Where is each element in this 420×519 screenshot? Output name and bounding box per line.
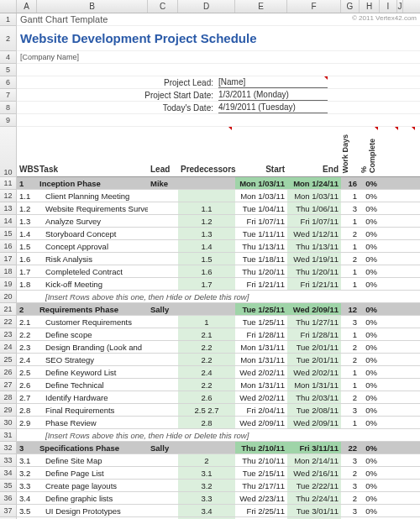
row-header[interactable]: 12 — [0, 190, 17, 202]
row-header[interactable]: 26 — [0, 366, 17, 379]
cell-wbs[interactable]: 3.4 — [17, 492, 37, 504]
cell-lead[interactable] — [148, 505, 178, 516]
row-header[interactable]: 4 — [0, 51, 17, 64]
select-all-corner[interactable] — [0, 0, 17, 13]
table-row[interactable]: 3.2Define Page List3.1Tue 2/15/11Wed 2/1… — [17, 467, 420, 480]
cell-wbs[interactable]: 3 — [17, 442, 37, 453]
col-header-J[interactable]: J — [397, 0, 403, 13]
cell-start[interactable]: Mon 1/31/11 — [235, 379, 287, 391]
cell-pct-complete[interactable]: 0% — [360, 215, 380, 227]
table-row[interactable]: 2.6Define Technical2.2Mon 1/31/11Mon 1/3… — [17, 379, 420, 391]
cell-end[interactable]: Thu 2/24/11 — [287, 492, 341, 504]
table-row[interactable]: 1.7Completeled Contract1.6Thu 1/20/11Thu… — [17, 265, 420, 278]
table-row[interactable]: 2.5Define Keyword List2.4Wed 2/02/11Wed … — [17, 366, 420, 379]
header-lead[interactable]: Lead — [148, 165, 178, 176]
cell-start[interactable]: Thu 1/20/11 — [235, 265, 287, 277]
cell-start[interactable]: Thu 2/17/11 — [235, 480, 287, 491]
cell-start[interactable]: Wed 2/02/11 — [235, 391, 287, 403]
cell-pct-complete[interactable]: 0% — [360, 379, 380, 391]
cell-wbs[interactable]: 2.2 — [17, 328, 37, 340]
cell-lead[interactable] — [148, 228, 178, 239]
table-row[interactable]: 1.3Analyze Survey1.2Fri 1/07/11Fri 1/07/… — [17, 215, 420, 228]
cell-lead[interactable] — [148, 316, 178, 328]
row-header[interactable]: 27 — [0, 379, 17, 391]
row-header[interactable]: 2 — [0, 26, 17, 51]
cell-work-days[interactable]: 1 — [341, 265, 360, 277]
cell-predecessors[interactable]: 3.2 — [178, 480, 235, 491]
cell-work-days[interactable]: 12 — [341, 303, 360, 315]
row-header[interactable]: 22 — [0, 316, 17, 328]
table-row[interactable]: 2.4SEO Strategy2.2Mon 1/31/11Tue 2/01/11… — [17, 354, 420, 366]
cell-task[interactable]: Define Site Map — [37, 454, 148, 466]
cell-work-days[interactable]: 1 — [341, 240, 360, 252]
table-row[interactable]: 1.6Risk Analysis1.5Tue 1/18/11Wed 1/19/1… — [17, 253, 420, 265]
cell-end[interactable]: Tue 2/08/11 — [287, 404, 341, 416]
cell-task[interactable]: Client Planning Meeting — [37, 190, 148, 202]
cell-pct-complete[interactable]: 0% — [360, 480, 380, 491]
row-header[interactable]: 5 — [0, 64, 17, 76]
cell-predecessors[interactable] — [178, 190, 235, 202]
col-header-E[interactable]: E — [235, 0, 287, 13]
cell-end[interactable]: Mon 1/31/11 — [287, 379, 341, 391]
cell-task[interactable]: Identify Hardware — [37, 391, 148, 403]
cell-start[interactable]: Tue 1/04/11 — [235, 202, 287, 214]
row-header[interactable]: 34 — [0, 467, 17, 480]
table-row[interactable]: 1.8Kick-off Meeting1.7Fri 1/21/11Fri 1/2… — [17, 278, 420, 291]
cell-work-days[interactable]: 1 — [341, 278, 360, 290]
row-header[interactable]: 11 — [0, 177, 17, 190]
row-header[interactable]: 18 — [0, 265, 17, 278]
cell-wbs[interactable]: 2.4 — [17, 354, 37, 365]
row-header[interactable]: 23 — [0, 328, 17, 341]
hint-row[interactable]: [Insert Rows above this one, then Hide o… — [17, 291, 420, 303]
cell-wbs[interactable]: 2.7 — [17, 391, 37, 403]
cell-wbs[interactable]: 3.3 — [17, 480, 37, 491]
cell-work-days[interactable]: 1 — [341, 366, 360, 378]
cell-wbs[interactable]: 2.3 — [17, 341, 37, 353]
cell-predecessors[interactable]: 3.3 — [178, 492, 235, 504]
col-header-F[interactable]: F — [287, 0, 341, 13]
row-header[interactable]: 35 — [0, 480, 17, 492]
table-row[interactable]: 3.3Create page layouts3.2Thu 2/17/11Tue … — [17, 480, 420, 492]
row-header[interactable]: 37 — [0, 505, 17, 517]
cell-pct-complete[interactable]: 0% — [360, 492, 380, 504]
cell-work-days[interactable]: 3 — [341, 480, 360, 491]
cell-predecessors[interactable]: 1.1 — [178, 202, 235, 214]
cell-work-days[interactable]: 3 — [341, 454, 360, 466]
cell-pct-complete[interactable]: 0% — [360, 354, 380, 365]
cell-pct-complete[interactable]: 0% — [360, 265, 380, 277]
cell-end[interactable]: Thu 1/27/11 — [287, 316, 341, 328]
cell-pct-complete[interactable]: 0% — [360, 228, 380, 239]
row-header[interactable]: 14 — [0, 215, 17, 228]
cell-start[interactable]: Tue 1/18/11 — [235, 253, 287, 265]
cell-start[interactable]: Tue 2/15/11 — [235, 467, 287, 479]
cell-work-days[interactable]: 2 — [341, 253, 360, 265]
cell-lead[interactable] — [148, 379, 178, 391]
table-row[interactable]: 1.2Website Requirements Survey1.1Tue 1/0… — [17, 202, 420, 215]
cell-predecessors[interactable] — [178, 442, 235, 453]
cell-work-days[interactable]: 16 — [341, 177, 360, 189]
header-end[interactable]: End — [287, 165, 341, 176]
cell-pct-complete[interactable]: 0% — [360, 442, 380, 453]
cell-predecessors[interactable]: 2.8 — [178, 417, 235, 428]
cell-lead[interactable] — [148, 265, 178, 277]
header-wbs[interactable]: WBS — [17, 165, 37, 176]
cell-lead[interactable] — [148, 253, 178, 265]
col-header-I[interactable]: I — [380, 0, 397, 13]
table-row[interactable]: 2.1Customer Requirements1Tue 1/25/11Thu … — [17, 316, 420, 328]
cell-lead[interactable] — [148, 454, 178, 466]
table-row[interactable]: 2.3Design Branding (Look and2.2Mon 1/31/… — [17, 341, 420, 354]
cell-work-days[interactable]: 2 — [341, 354, 360, 365]
cell-task[interactable]: Phase Review — [37, 417, 148, 428]
cell-task[interactable]: Define Page List — [37, 467, 148, 479]
table-row[interactable]: 2.9Phase Review2.8Wed 2/09/11Wed 2/09/11… — [17, 417, 420, 429]
row-header[interactable]: 33 — [0, 454, 17, 467]
row-header[interactable]: 9 — [0, 114, 17, 127]
cell-predecessors[interactable]: 3.1 — [178, 467, 235, 479]
cell-work-days[interactable]: 1 — [341, 215, 360, 227]
cell-work-days[interactable]: 1 — [341, 328, 360, 340]
cell-work-days[interactable]: 22 — [341, 442, 360, 453]
cell-wbs[interactable]: 1.5 — [17, 240, 37, 252]
cell-wbs[interactable]: 1.2 — [17, 202, 37, 214]
cell-wbs[interactable]: 1.1 — [17, 190, 37, 202]
cell-predecessors[interactable]: 1.3 — [178, 228, 235, 239]
